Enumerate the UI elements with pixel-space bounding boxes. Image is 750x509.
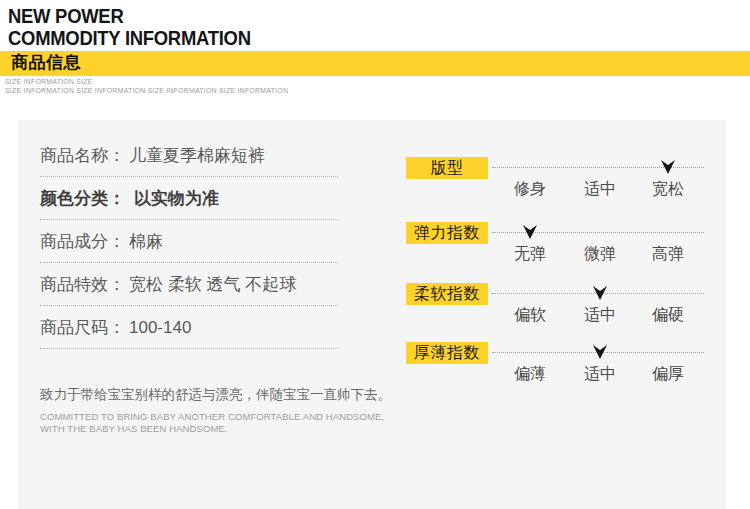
tagline: 致力于带给宝宝别样的舒适与漂亮，伴随宝宝一直帅下去。 COMMITTED TO … [40,386,400,435]
indicator-label: 厚薄指数 [406,342,488,364]
size-info-line1: SIZE INFORMATION SIZE [5,78,288,87]
indicator-thickness: 厚薄指数 偏薄 适中 偏厚 [406,342,718,400]
indicator-option: 适中 [570,179,630,199]
section-banner: 商品信息 [0,51,750,76]
spec-label: 商品尺码： [40,318,125,337]
spec-row-features: 商品特效：宽松 柔软 透气 不起球 [40,263,338,306]
indicator-option: 偏薄 [500,364,560,384]
selection-arrow-icon [523,225,537,239]
spec-label: 商品特效： [40,275,125,294]
spec-value: 儿童夏季棉麻短裤 [129,146,265,165]
indicator-option: 无弹 [500,244,560,264]
product-info-page: NEW POWER COMMODITY INFORMATION 商品信息 SIZ… [0,0,750,509]
indicator-label: 柔软指数 [406,283,488,305]
size-info-text: SIZE INFORMATION SIZE SIZE INFORMATION S… [5,78,288,95]
indicator-fit: 版型 修身 适中 宽松 [406,157,718,215]
size-info-line2: SIZE INFORMATION SIZE INFORMATION SIZE I… [5,87,288,96]
indicator-option: 修身 [500,179,560,199]
selection-arrow-icon [593,286,607,300]
brand-title: NEW POWER COMMODITY INFORMATION [8,5,251,48]
brand-title-line2: COMMODITY INFORMATION [8,27,251,49]
tagline-chinese: 致力于带给宝宝别样的舒适与漂亮，伴随宝宝一直帅下去。 [40,386,400,403]
indicator-option: 适中 [570,364,630,384]
indicator-option: 高弹 [638,244,698,264]
selection-arrow-icon [593,345,607,359]
spec-row-material: 商品成分：棉麻 [40,220,338,263]
spec-label: 颜色分类： [40,189,125,208]
selection-arrow-icon [661,160,675,174]
indicator-option: 适中 [570,305,630,325]
spec-label: 商品成分： [40,232,125,251]
spec-value: 棉麻 [129,232,163,251]
spec-list: 商品名称：儿童夏季棉麻短裤 颜色分类：以实物为准 商品成分：棉麻 商品特效：宽松… [40,134,338,349]
indicator-label: 版型 [406,157,488,179]
indicator-option: 宽松 [638,179,698,199]
indicator-option: 偏硬 [638,305,698,325]
section-banner-label: 商品信息 [0,51,81,75]
tagline-english-line1: COMMITTED TO BRING BABY ANOTHER COMFORTA… [40,411,400,423]
indicator-option: 偏厚 [638,364,698,384]
spec-row-color: 颜色分类：以实物为准 [40,177,338,220]
tagline-english: COMMITTED TO BRING BABY ANOTHER COMFORTA… [40,411,400,435]
indicator-softness: 柔软指数 偏软 适中 偏硬 [406,283,718,341]
indicator-elasticity: 弹力指数 无弹 微弹 高弹 [406,222,718,280]
tagline-english-line2: WITH THE BABY HAS BEEN HANDSOME. [40,423,400,435]
indicator-option: 微弹 [570,244,630,264]
brand-title-line1: NEW POWER [8,5,251,27]
product-info-card: 商品名称：儿童夏季棉麻短裤 颜色分类：以实物为准 商品成分：棉麻 商品特效：宽松… [18,120,726,509]
indicator-option: 偏软 [500,305,560,325]
spec-value: 100-140 [129,318,191,337]
spec-row-size: 商品尺码：100-140 [40,306,338,349]
spec-row-name: 商品名称：儿童夏季棉麻短裤 [40,134,338,177]
indicator-label: 弹力指数 [406,222,488,244]
spec-label: 商品名称： [40,146,125,165]
spec-value: 以实物为准 [134,189,219,208]
spec-value: 宽松 柔软 透气 不起球 [129,275,296,294]
